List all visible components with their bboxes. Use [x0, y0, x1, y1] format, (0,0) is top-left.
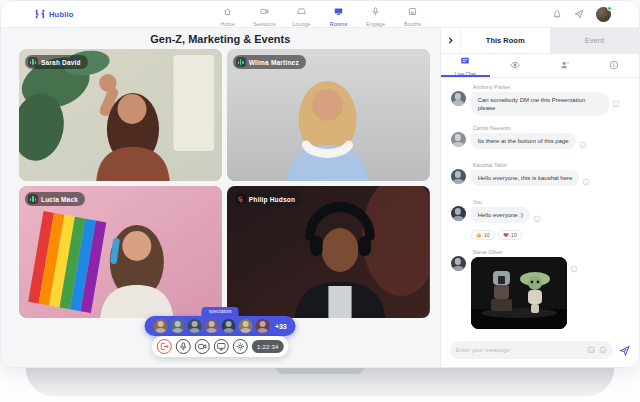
room-stage: Gen-Z, Marketing & Events	[1, 28, 440, 368]
lounge-icon	[297, 2, 306, 20]
chat-avatar	[451, 206, 466, 221]
message-author: Anthony Parker	[473, 84, 620, 90]
laptop-base-notch	[276, 367, 364, 374]
message-bubble: Hello everyone :)	[471, 207, 530, 223]
subtab-live-chat[interactable]: Live Chat	[441, 54, 491, 77]
top-navigation-bar: Hubilo Home Sessions	[1, 1, 639, 28]
message-author: Steve Oliver	[473, 249, 578, 255]
spectators-widget: spectators +33	[145, 307, 296, 336]
spectator-avatar	[205, 319, 219, 333]
content-area: Gen-Z, Marketing & Events	[1, 28, 639, 368]
info-icon	[609, 56, 619, 74]
participant-name: Lucia Mack	[41, 196, 78, 203]
reaction-count: 10	[511, 232, 517, 238]
add-reaction-icon[interactable]	[612, 94, 620, 112]
participant-name: Sarah David	[41, 59, 81, 66]
screen-share-button[interactable]	[214, 339, 229, 354]
spectators-pill[interactable]: +33	[145, 316, 296, 336]
message-author: Kaushal Tailor	[473, 162, 591, 168]
video-tile-sarah-david[interactable]: Sarah David	[19, 49, 222, 181]
sidebar-header: This Room Event	[441, 28, 639, 54]
tab-event[interactable]: Event	[550, 28, 639, 53]
main-nav: Home Sessions Lounge	[209, 2, 431, 27]
share-send-icon[interactable]	[574, 5, 584, 23]
microphone-button[interactable]	[176, 339, 191, 354]
collapse-sidebar-button[interactable]	[441, 28, 461, 53]
room-title: Gen-Z, Marketing & Events	[1, 33, 440, 45]
nav-label: Sessions	[253, 21, 275, 27]
nav-item-sessions[interactable]: Sessions	[246, 2, 283, 27]
add-reaction-icon[interactable]	[570, 259, 578, 277]
audio-active-icon	[28, 57, 38, 67]
add-reaction-icon[interactable]	[579, 135, 587, 153]
message-author: You	[473, 199, 541, 205]
spectators-label: spectators	[202, 307, 239, 316]
engage-icon	[371, 2, 380, 20]
video-tile-wilma-martinez[interactable]: Wilma Martinez	[227, 49, 430, 181]
notifications-bell-icon[interactable]	[552, 5, 562, 23]
booths-icon	[408, 2, 417, 20]
chat-avatar	[451, 256, 466, 271]
reaction-thumbs-up[interactable]: 10	[471, 230, 495, 240]
spectator-avatar	[239, 319, 253, 333]
tab-this-room[interactable]: This Room	[461, 28, 550, 53]
camera-button[interactable]	[195, 339, 210, 354]
spectators-overflow-count: +33	[275, 323, 287, 330]
chat-message-image: Steve Oliver	[451, 249, 629, 329]
message-bubble: Can somebody DM me this Presentation ple…	[471, 92, 609, 116]
right-sidebar: This Room Event Live Chat	[440, 28, 639, 368]
nav-item-home[interactable]: Home	[209, 2, 246, 27]
participant-name-pill: Sarah David	[25, 55, 88, 69]
image-content	[471, 257, 567, 329]
subtab-viewers[interactable]	[490, 54, 540, 77]
chat-message-own: You Hello everyone :) 10	[451, 199, 629, 240]
nav-label: Booths	[404, 21, 421, 27]
online-status-dot	[607, 6, 612, 11]
user-avatar[interactable]	[596, 7, 611, 22]
sessions-icon	[260, 2, 269, 20]
leave-room-button[interactable]	[157, 339, 172, 354]
add-reaction-icon[interactable]	[582, 172, 590, 190]
participant-name-pill: Lucia Mack	[25, 192, 85, 206]
nav-item-booths[interactable]: Booths	[394, 2, 431, 27]
nav-item-rooms[interactable]: Rooms	[320, 2, 357, 27]
nav-label: Home	[220, 21, 235, 27]
call-timer: 1:22:34	[252, 340, 283, 353]
brand-name: Hubilo	[49, 10, 74, 19]
attach-image-icon[interactable]	[587, 346, 595, 354]
app-window: Hubilo Home Sessions	[0, 0, 640, 368]
send-message-icon[interactable]	[619, 345, 630, 356]
settings-gear-button[interactable]	[233, 339, 248, 354]
video-grid: Sarah David	[19, 49, 430, 318]
laptop-mockup: Hubilo Home Sessions	[0, 0, 640, 402]
add-reaction-icon[interactable]	[533, 209, 541, 227]
message-bubble: Hello everyone, this is kaushal here	[471, 170, 580, 186]
subtab-attendees[interactable]	[540, 54, 590, 77]
video-tile-philip-hudson[interactable]: Philip Hudson	[227, 186, 430, 318]
nav-item-engage[interactable]: Engage	[357, 2, 394, 27]
chat-message: Anthony Parker Can somebody DM me this P…	[451, 84, 629, 116]
nav-label: Lounge	[292, 21, 310, 27]
chat-message-input[interactable]	[456, 347, 583, 353]
live-chat-feed: Anthony Parker Can somebody DM me this P…	[441, 78, 639, 335]
chat-message: Carlos Neesom Its there at the bottom of…	[451, 125, 629, 153]
participant-name: Wilma Martinez	[249, 59, 299, 66]
chat-avatar	[451, 91, 466, 106]
message-author: Carlos Neesom	[473, 125, 587, 131]
spectator-avatar	[154, 319, 168, 333]
reaction-count: 10	[484, 232, 490, 238]
reaction-heart[interactable]: 10	[498, 230, 522, 240]
topbar-actions	[552, 5, 611, 23]
hubilo-logo[interactable]: Hubilo	[35, 5, 74, 23]
shared-image-lego-figures[interactable]	[471, 257, 567, 329]
subtab-info[interactable]	[589, 54, 639, 77]
spectator-avatar	[188, 319, 202, 333]
chat-avatar	[451, 132, 466, 147]
sidebar-subtabs: Live Chat	[441, 54, 639, 78]
hubilo-logo-icon	[35, 5, 45, 23]
emoji-icon[interactable]	[599, 346, 607, 354]
nav-item-lounge[interactable]: Lounge	[283, 2, 320, 27]
message-bubble: Its there at the bottom of this page	[471, 133, 576, 149]
spectator-avatar	[222, 319, 236, 333]
video-tile-lucia-mack[interactable]: Lucia Mack	[19, 186, 222, 318]
